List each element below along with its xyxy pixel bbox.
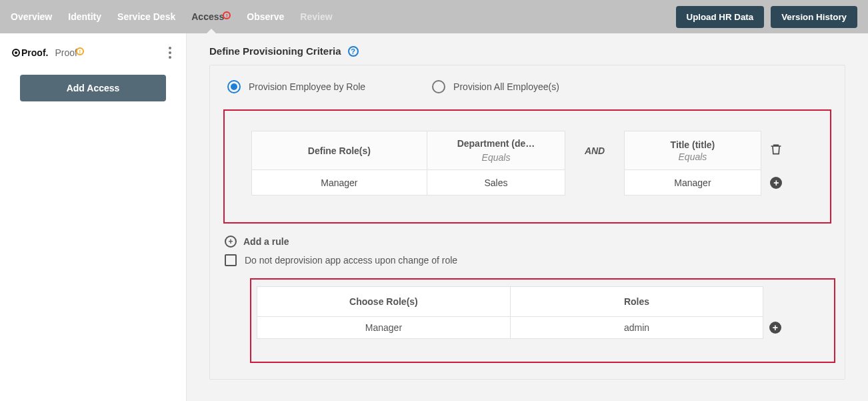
tab-access[interactable]: Access! [191, 11, 231, 22]
define-roles-table: Define Role(s) Department (de… Equals AN… [251, 131, 791, 195]
cell-role[interactable]: Manager [252, 170, 427, 195]
choose-roles-highlight: Choose Role(s) Roles Manager admin + [250, 278, 835, 363]
cell-choose-role[interactable]: Manager [257, 317, 511, 339]
criteria-panel: Provision Employee by Role Provision All… [209, 65, 845, 380]
provision-mode-radio-group: Provision Employee by Role Provision All… [223, 80, 831, 93]
add-access-button[interactable]: Add Access [20, 75, 166, 101]
col-define-roles: Define Role(s) [252, 131, 427, 170]
tab-access-label: Access [191, 11, 224, 22]
add-rule-label: Add a rule [243, 236, 289, 247]
top-navbar: Overview Identity Service Desk Access! O… [0, 0, 868, 33]
top-actions: Upload HR Data Version History [676, 6, 858, 28]
deprovision-label: Do not deprovision app access upon chang… [245, 255, 457, 266]
radio-label: Provision Employee by Role [249, 81, 365, 92]
tab-overview[interactable]: Overview [11, 11, 52, 22]
help-icon[interactable]: ? [348, 46, 359, 57]
sidebar: Proof. Proof! Add Access [0, 33, 187, 401]
version-history-button[interactable]: Version History [771, 6, 857, 28]
add-role-icon[interactable]: + [769, 322, 781, 334]
cell-title[interactable]: Manager [624, 170, 761, 195]
main-content: Define Provisioning Criteria ? Provision… [187, 33, 868, 401]
and-spacer [565, 170, 625, 195]
plus-circle-icon: + [225, 236, 237, 248]
warning-icon: ! [76, 47, 84, 55]
add-rule-button[interactable]: + Add a rule [225, 236, 831, 248]
deprovision-checkbox-row: Do not deprovision app access upon chang… [225, 254, 831, 266]
tab-observe[interactable]: Observe [247, 11, 284, 22]
kebab-menu-icon[interactable] [166, 44, 174, 61]
radio-provision-all[interactable]: Provision All Employee(s) [432, 80, 559, 93]
radio-icon [227, 80, 241, 93]
proof-logo-text: Proof. [21, 47, 48, 58]
trash-icon[interactable] [769, 143, 783, 156]
radio-provision-by-role[interactable]: Provision Employee by Role [227, 80, 365, 93]
app-name: Proof! [55, 47, 83, 58]
choose-roles-table: Choose Role(s) Roles Manager admin + [257, 286, 783, 339]
alert-icon: ! [223, 11, 231, 19]
upload-hr-data-button[interactable]: Upload HR Data [676, 6, 765, 28]
col-department: Department (de… Equals [427, 131, 565, 170]
section-title: Define Provisioning Criteria ? [209, 45, 845, 57]
section-title-text: Define Provisioning Criteria [209, 45, 341, 57]
table-row: Manager Sales Manager + [252, 170, 791, 195]
cell-role-value[interactable]: admin [510, 317, 763, 339]
and-operator: AND [565, 131, 625, 170]
proof-logo: Proof. [12, 47, 48, 58]
cell-department[interactable]: Sales [427, 170, 565, 195]
delete-rule-cell [761, 131, 791, 170]
radio-icon [432, 80, 445, 93]
tab-identity[interactable]: Identity [68, 11, 101, 22]
deprovision-checkbox[interactable] [225, 254, 237, 266]
nav-tabs: Overview Identity Service Desk Access! O… [11, 11, 676, 22]
tab-review[interactable]: Review [300, 11, 332, 22]
add-condition-icon[interactable]: + [770, 177, 782, 189]
col-title: Title (title) Equals [624, 131, 761, 170]
define-roles-highlight: Define Role(s) Department (de… Equals AN… [223, 109, 831, 224]
tab-service-desk[interactable]: Service Desk [117, 11, 175, 22]
col-roles: Roles [510, 287, 763, 317]
col-choose-roles: Choose Role(s) [257, 287, 511, 317]
radio-label: Provision All Employee(s) [453, 81, 559, 92]
table-row: Manager admin + [257, 317, 783, 339]
proof-logo-icon [12, 49, 20, 57]
sidebar-app-row: Proof. Proof! [0, 33, 186, 68]
